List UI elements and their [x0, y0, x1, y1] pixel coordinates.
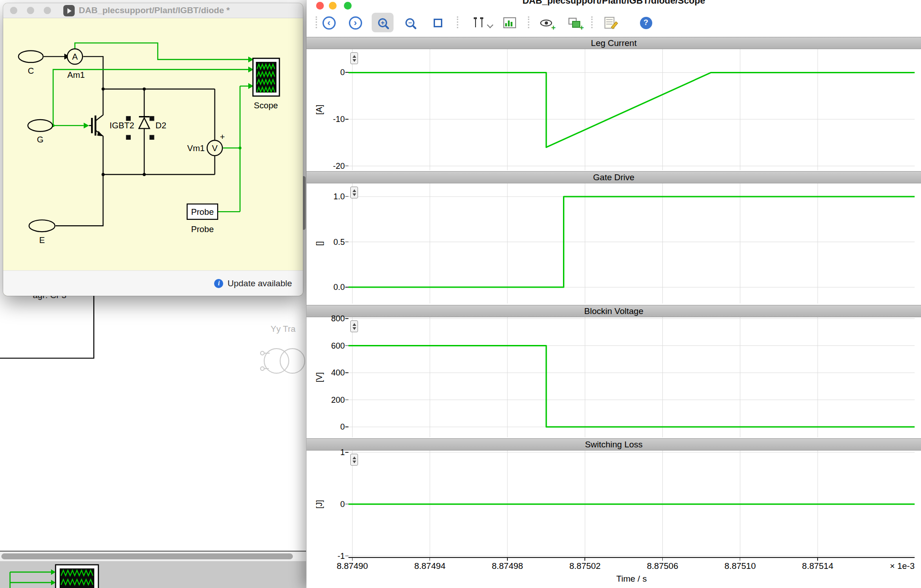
- zoom-window-button[interactable]: [344, 2, 352, 10]
- plot-canvas-switching-loss[interactable]: [348, 451, 915, 558]
- x-tick-label: 8.87506: [633, 561, 692, 571]
- background-signal-wires: [10, 572, 51, 588]
- y-tick-mark: [345, 72, 348, 73]
- x-tick-mark: [430, 558, 430, 561]
- scope-block-label: Scope: [254, 101, 278, 110]
- toolbar-handle: [316, 16, 317, 28]
- back-button[interactable]: ‹: [322, 15, 336, 30]
- background-scope-block[interactable]: [56, 565, 98, 588]
- update-bar[interactable]: i Update available: [3, 270, 303, 296]
- x-tick-label: 8.87498: [478, 561, 537, 571]
- schematic-window: DAB_plecsupport/Plant/IGBT/diode *: [3, 3, 303, 296]
- zoom-in-icon: +: [378, 18, 387, 27]
- minimize-button[interactable]: [329, 2, 337, 10]
- probe-block[interactable]: Probe Probe: [187, 204, 218, 234]
- plot-canvas-leg-current[interactable]: [348, 49, 915, 170]
- port-e-label: E: [39, 235, 45, 245]
- background-wire: [0, 295, 94, 358]
- toolbar-separator: [528, 16, 529, 28]
- zoom-button[interactable]: [44, 7, 51, 14]
- y-axis-unit-leg-current: [A]: [315, 91, 325, 128]
- window-title: DAB_plecsupport/Plant/IGBT/diode *: [79, 3, 230, 18]
- axis-multiplier: × 1e-3: [855, 561, 915, 571]
- y-tick-mark: [345, 452, 348, 453]
- scope-window-title: DAB_plecsupport/Plant/IGBT/diode/Scope: [307, 0, 921, 6]
- close-button[interactable]: [316, 2, 324, 10]
- plot-title-blockin-voltage: Blockin Voltage: [307, 305, 921, 317]
- schematic-canvas-wrap: C A Am1 G IGBT2: [3, 18, 303, 270]
- info-icon: i: [214, 279, 223, 288]
- fourier-button[interactable]: [502, 15, 517, 30]
- y-tick-mark: [345, 504, 348, 505]
- zoom-in-button[interactable]: +: [375, 15, 390, 30]
- plot-canvas-blockin-voltage[interactable]: [348, 317, 915, 437]
- y-tick-mark: [345, 345, 348, 346]
- scope-block[interactable]: Scope: [253, 58, 279, 110]
- probe-block-text: Probe: [191, 207, 214, 217]
- eye-icon: [540, 20, 552, 26]
- cursors-icon: [473, 17, 485, 29]
- y-axis-unit-switching-loss: [J]: [315, 486, 325, 522]
- horizontal-scrollbar-thumb[interactable]: [1, 553, 293, 559]
- y-axis-unit-gate-drive: []: [315, 225, 325, 262]
- zoom-out-button[interactable]: −: [403, 15, 417, 30]
- notes-button[interactable]: [602, 15, 617, 30]
- add-trace-button[interactable]: +: [539, 15, 553, 30]
- plot-title-switching-loss: Switching Loss: [307, 438, 921, 451]
- plus-badge-icon: +: [551, 24, 556, 31]
- x-tick-label: 8.87502: [555, 561, 614, 571]
- fourier-chart-icon: [503, 17, 516, 28]
- circuit-wires: [44, 56, 215, 226]
- y-tick-label: 600: [313, 341, 345, 351]
- cursors-dropdown-chevron[interactable]: [487, 22, 493, 28]
- horizontal-scrollbar[interactable]: [0, 551, 306, 561]
- plot-canvas-gate-drive[interactable]: [348, 183, 915, 304]
- port-c-label: C: [28, 66, 34, 76]
- axis-spin-widget[interactable]: [350, 454, 358, 466]
- axis-spin-widget[interactable]: [350, 320, 358, 332]
- model-icon: [63, 5, 75, 16]
- transformer-icon[interactable]: [261, 349, 305, 373]
- plot-title-leg-current: Leg Current: [307, 37, 921, 49]
- axis-spin-widget[interactable]: [350, 187, 358, 198]
- port-e[interactable]: E: [29, 220, 55, 245]
- zoom-out-icon: −: [405, 18, 414, 27]
- ammeter-am1[interactable]: A Am1: [64, 49, 85, 80]
- trace-blockin-voltage: [348, 346, 915, 427]
- x-tick-mark: [352, 558, 353, 561]
- port-g[interactable]: G: [28, 120, 52, 145]
- diode-label: D2: [155, 121, 166, 130]
- signal-wires: [53, 43, 248, 212]
- cursors-button[interactable]: [471, 15, 486, 30]
- y-tick-label: 200: [313, 395, 345, 405]
- port-c[interactable]: C: [19, 51, 43, 76]
- x-axis-title: Time / s: [595, 574, 668, 584]
- update-text: Update available: [227, 279, 292, 289]
- schematic-canvas[interactable]: C A Am1 G IGBT2: [3, 18, 303, 271]
- zoom-fit-icon: [434, 19, 442, 27]
- y-tick-mark: [345, 400, 348, 400]
- close-button[interactable]: [10, 7, 17, 14]
- y-tick-label: -1: [313, 551, 345, 561]
- y-tick-label: 1.0: [313, 192, 345, 202]
- schematic-window-titlebar[interactable]: DAB_plecsupport/Plant/IGBT/diode *: [3, 3, 303, 18]
- y-tick-label: 0: [313, 422, 345, 432]
- background-signal-arrows: [51, 569, 56, 585]
- background-canvas-bottom: [0, 561, 306, 588]
- help-button[interactable]: ?: [639, 15, 653, 30]
- minimize-button[interactable]: [27, 7, 34, 14]
- ammeter-label: Am1: [67, 70, 85, 80]
- trace-leg-current: [348, 72, 915, 147]
- x-tick-label: 8.87490: [323, 561, 382, 571]
- forward-button[interactable]: ›: [348, 15, 363, 30]
- zoom-fit-button[interactable]: [430, 15, 445, 30]
- voltmeter-vm1[interactable]: V Vm1 +: [187, 132, 225, 156]
- y-tick-mark: [345, 287, 348, 288]
- y-tick-mark: [345, 556, 348, 557]
- save-view-button[interactable]: +: [567, 15, 582, 30]
- x-tick-label: 8.87494: [400, 561, 460, 571]
- x-tick-mark: [584, 558, 585, 561]
- axis-spin-widget[interactable]: [350, 52, 358, 64]
- y-tick-mark: [345, 196, 348, 197]
- y-axis-unit-blockin-voltage: [V]: [315, 359, 325, 395]
